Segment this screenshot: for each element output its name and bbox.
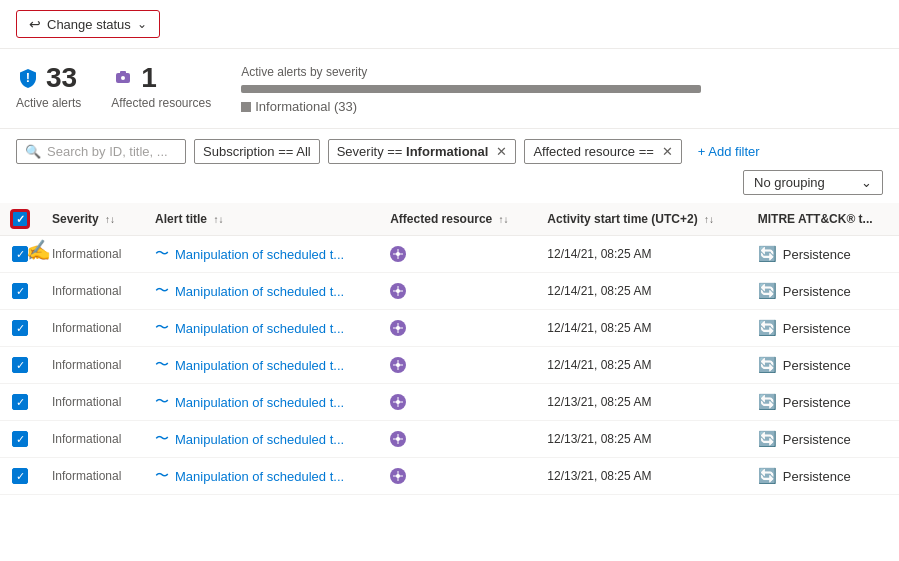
affected-resource-column-header[interactable]: Affected resource ↑↓ — [378, 203, 535, 236]
activity-start-column-header[interactable]: Activity start time (UTC+2) ↑↓ — [535, 203, 745, 236]
resource-dot-icon — [390, 320, 406, 336]
chevron-down-icon: ⌄ — [861, 175, 872, 190]
severity-filter-chip[interactable]: Severity == Informational ✕ — [328, 139, 517, 164]
row-checkbox-cell[interactable]: ✓ — [0, 310, 40, 347]
select-all-checkbox-header[interactable]: ✓ — [0, 203, 40, 236]
affected-chip-close-icon[interactable]: ✕ — [662, 144, 673, 159]
row-affected-resource — [378, 310, 535, 347]
row-affected-resource — [378, 347, 535, 384]
alert-wave-icon: 〜 — [155, 467, 169, 485]
search-placeholder: Search by ID, title, ... — [47, 144, 168, 159]
affected-resources-count: 1 — [141, 63, 157, 94]
table-row[interactable]: ✓ Informational 〜 Manipulation of schedu… — [0, 347, 899, 384]
row-timestamp: 12/14/21, 08:25 AM — [535, 310, 745, 347]
row-checkbox-cell[interactable]: ✓ — [0, 347, 40, 384]
alert-title-text: Manipulation of scheduled t... — [175, 321, 344, 336]
mitre-cycle-icon: 🔄 — [758, 282, 777, 300]
severity-chip-close-icon[interactable]: ✕ — [496, 144, 507, 159]
affected-resources-summary: 1 Affected resources — [111, 63, 211, 110]
row-timestamp: 12/14/21, 08:25 AM — [535, 236, 745, 273]
row-alert-title[interactable]: 〜 Manipulation of scheduled t... — [143, 347, 378, 384]
sort-icon: ↑↓ — [105, 214, 115, 225]
subscription-filter-chip[interactable]: Subscription == All — [194, 139, 320, 164]
header-checkbox[interactable]: ✓ — [12, 211, 28, 227]
row-checkbox[interactable]: ✓ — [12, 246, 28, 262]
grouping-label: No grouping — [754, 175, 825, 190]
row-mitre: 🔄 Persistence — [746, 347, 899, 384]
alert-wave-icon: 〜 — [155, 282, 169, 300]
alert-title-text: Manipulation of scheduled t... — [175, 358, 344, 373]
change-status-button[interactable]: ↩ Change status ⌄ — [16, 10, 160, 38]
table-row[interactable]: ✓ Informational 〜 Manipulation of schedu… — [0, 421, 899, 458]
row-mitre: 🔄 Persistence — [746, 458, 899, 495]
row-timestamp: 12/14/21, 08:25 AM — [535, 347, 745, 384]
search-icon: 🔍 — [25, 144, 41, 159]
mitre-label: Persistence — [783, 358, 851, 373]
alert-title-column-header[interactable]: Alert title ↑↓ — [143, 203, 378, 236]
row-alert-title[interactable]: 〜 Manipulation of scheduled t... — [143, 384, 378, 421]
mitre-cycle-icon: 🔄 — [758, 393, 777, 411]
row-mitre: 🔄 Persistence — [746, 421, 899, 458]
row-affected-resource — [378, 273, 535, 310]
row-alert-title[interactable]: 〜 Manipulation of scheduled t... — [143, 310, 378, 347]
row-checkbox-cell[interactable]: ✓ — [0, 236, 40, 273]
alert-wave-icon: 〜 — [155, 430, 169, 448]
table-row[interactable]: ✓ Informational 〜 Manipulation of schedu… — [0, 273, 899, 310]
row-alert-title[interactable]: 〜 Manipulation of scheduled t... — [143, 273, 378, 310]
row-checkbox[interactable]: ✓ — [12, 320, 28, 336]
alert-title-text: Manipulation of scheduled t... — [175, 284, 344, 299]
chevron-down-icon: ⌄ — [137, 17, 147, 31]
row-checkbox[interactable]: ✓ — [12, 357, 28, 373]
add-filter-button[interactable]: + Add filter — [690, 140, 768, 163]
mitre-label: Persistence — [783, 469, 851, 484]
resource-icon — [111, 66, 135, 90]
mitre-cycle-icon: 🔄 — [758, 319, 777, 337]
resource-dot-icon — [390, 468, 406, 484]
resource-dot-icon — [390, 246, 406, 262]
mitre-cycle-icon: 🔄 — [758, 245, 777, 263]
active-alerts-count: 33 — [46, 63, 77, 94]
row-checkbox[interactable]: ✓ — [12, 283, 28, 299]
row-severity: Informational — [40, 273, 143, 310]
row-timestamp: 12/13/21, 08:25 AM — [535, 458, 745, 495]
mitre-cycle-icon: 🔄 — [758, 356, 777, 374]
affected-resources-icon-row: 1 — [111, 63, 211, 94]
search-box[interactable]: 🔍 Search by ID, title, ... — [16, 139, 186, 164]
grouping-dropdown[interactable]: No grouping ⌄ — [743, 170, 883, 195]
alert-wave-icon: 〜 — [155, 356, 169, 374]
row-checkbox-cell[interactable]: ✓ — [0, 384, 40, 421]
row-checkbox-cell[interactable]: ✓ — [0, 421, 40, 458]
row-alert-title[interactable]: 〜 Manipulation of scheduled t... — [143, 458, 378, 495]
summary-row: ! 33 Active alerts 1 Affected resources … — [0, 49, 899, 129]
resource-dot-icon — [390, 394, 406, 410]
alert-title-text: Manipulation of scheduled t... — [175, 395, 344, 410]
table-row[interactable]: ✓ Informational 〜 Manipulation of schedu… — [0, 236, 899, 273]
mitre-label: Persistence — [783, 247, 851, 262]
row-alert-title[interactable]: 〜 Manipulation of scheduled t... — [143, 421, 378, 458]
alert-title-text: Manipulation of scheduled t... — [175, 247, 344, 262]
row-timestamp: 12/13/21, 08:25 AM — [535, 421, 745, 458]
affected-resources-label: Affected resources — [111, 96, 211, 110]
row-checkbox[interactable]: ✓ — [12, 394, 28, 410]
active-alerts-label: Active alerts — [16, 96, 81, 110]
mitre-column-header: MITRE ATT&CK® t... — [746, 203, 899, 236]
severity-column-header[interactable]: Severity ↑↓ — [40, 203, 143, 236]
row-checkbox-cell[interactable]: ✓ — [0, 458, 40, 495]
table-row[interactable]: ✓ Informational 〜 Manipulation of schedu… — [0, 310, 899, 347]
row-checkbox[interactable]: ✓ — [12, 468, 28, 484]
filter-row: 🔍 Search by ID, title, ... Subscription … — [0, 129, 899, 170]
table-row[interactable]: ✓ Informational 〜 Manipulation of schedu… — [0, 458, 899, 495]
alert-title-text: Manipulation of scheduled t... — [175, 432, 344, 447]
row-checkbox[interactable]: ✓ — [12, 431, 28, 447]
row-affected-resource — [378, 458, 535, 495]
affected-resource-filter-chip[interactable]: Affected resource == ✕ — [524, 139, 681, 164]
mitre-cycle-icon: 🔄 — [758, 430, 777, 448]
severity-chip-label: Severity == Informational — [337, 144, 489, 159]
row-checkbox-cell[interactable]: ✓ — [0, 273, 40, 310]
mitre-cycle-icon: 🔄 — [758, 467, 777, 485]
shield-icon: ! — [16, 66, 40, 90]
row-alert-title[interactable]: 〜 Manipulation of scheduled t... — [143, 236, 378, 273]
table-row[interactable]: ✓ Informational 〜 Manipulation of schedu… — [0, 384, 899, 421]
mitre-label: Persistence — [783, 395, 851, 410]
svg-text:!: ! — [26, 70, 30, 85]
